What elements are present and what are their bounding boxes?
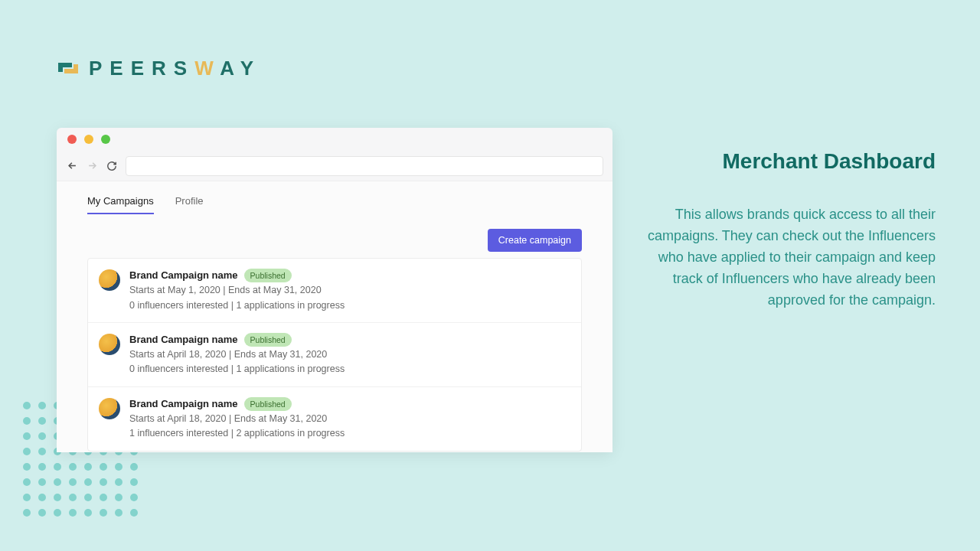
logo-text: PEERSWAY	[89, 57, 261, 80]
action-row: Create campaign	[87, 229, 582, 252]
browser-toolbar	[57, 151, 612, 181]
window-close-icon[interactable]	[67, 135, 77, 144]
app-content: My Campaigns Profile Create campaign Bra…	[57, 181, 612, 452]
list-item[interactable]: Brand Campaign name Published Starts at …	[88, 323, 581, 387]
campaign-dates: Starts at April 18, 2020 | Ends at May 3…	[129, 412, 345, 426]
status-badge: Published	[244, 397, 292, 411]
campaign-title: Brand Campaign name	[129, 268, 238, 283]
back-icon[interactable]	[66, 160, 78, 172]
campaign-title: Brand Campaign name	[129, 332, 238, 347]
campaign-dates: Starts at April 18, 2020 | Ends at May 3…	[129, 347, 345, 362]
list-item[interactable]: Brand Campaign name Published Starts at …	[88, 387, 581, 451]
campaign-dates: Starts at May 1, 2020 | Ends at May 31, …	[129, 283, 345, 298]
window-titlebar	[57, 128, 612, 151]
status-badge: Published	[244, 333, 292, 347]
page-title: Merchant Dashboard	[645, 149, 936, 174]
window-maximize-icon[interactable]	[101, 135, 110, 144]
avatar	[99, 334, 120, 355]
campaign-stats: 0 influencers interested | 1 application…	[129, 362, 345, 377]
tab-profile[interactable]: Profile	[175, 195, 204, 214]
window-minimize-icon[interactable]	[84, 135, 93, 144]
campaign-stats: 0 influencers interested | 1 application…	[129, 298, 345, 313]
reload-icon[interactable]	[106, 160, 118, 172]
nav-tabs: My Campaigns Profile	[87, 195, 582, 215]
logo-mark-icon	[55, 55, 81, 81]
avatar	[99, 269, 120, 291]
status-badge: Published	[244, 269, 292, 282]
side-panel: Merchant Dashboard This allows brands qu…	[645, 149, 936, 311]
peersway-logo: PEERSWAY	[55, 55, 261, 81]
list-item[interactable]: Brand Campaign name Published Starts at …	[88, 259, 581, 323]
avatar	[99, 398, 120, 419]
tab-my-campaigns[interactable]: My Campaigns	[87, 195, 154, 214]
page-description: This allows brands quick access to all t…	[645, 204, 936, 311]
campaign-title: Brand Campaign name	[129, 396, 238, 412]
forward-icon[interactable]	[86, 160, 98, 172]
url-input[interactable]	[126, 156, 603, 176]
campaign-list: Brand Campaign name Published Starts at …	[87, 258, 582, 452]
campaign-stats: 1 influencers interested | 2 application…	[129, 426, 345, 441]
create-campaign-button[interactable]: Create campaign	[488, 229, 582, 252]
browser-window: My Campaigns Profile Create campaign Bra…	[57, 128, 612, 452]
